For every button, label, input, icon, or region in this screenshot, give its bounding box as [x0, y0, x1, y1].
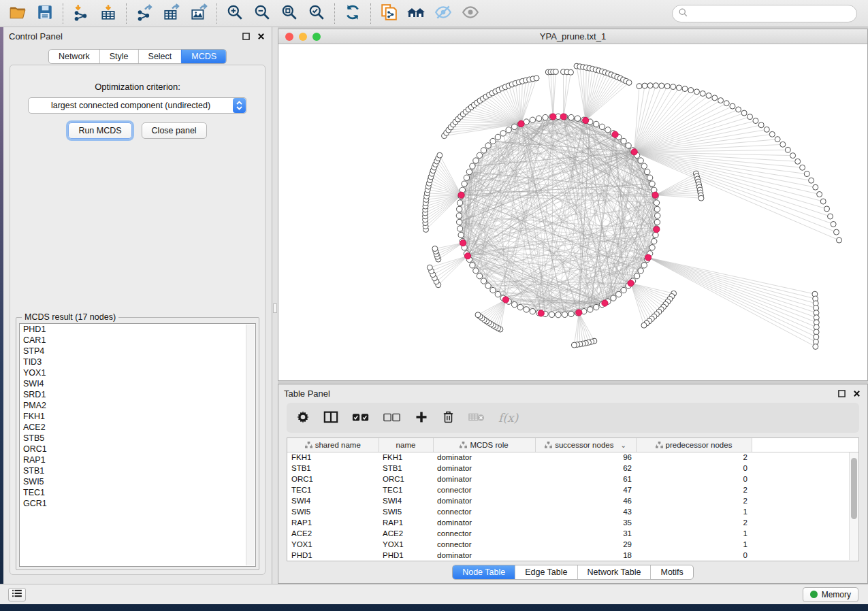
zoom-in-button[interactable]: [221, 2, 248, 25]
splitter-handle[interactable]: [273, 303, 277, 313]
list-item[interactable]: SWI5: [20, 476, 255, 487]
zoom-selected-button[interactable]: [303, 2, 330, 25]
column-header-successor-nodes[interactable]: successor nodes⌄: [535, 438, 636, 452]
list-item[interactable]: TEC1: [20, 487, 255, 498]
tab-mcds[interactable]: MCDS: [181, 50, 226, 63]
cell[interactable]: 0: [636, 463, 752, 474]
cell[interactable]: PHD1: [287, 550, 379, 561]
cell[interactable]: 35: [535, 517, 636, 528]
window-zoom-light[interactable]: [312, 33, 321, 41]
cell[interactable]: 43: [535, 506, 636, 517]
cell[interactable]: connector: [433, 539, 535, 550]
table-row[interactable]: FKH1FKH1dominator962: [287, 452, 859, 463]
tab-select[interactable]: Select: [138, 50, 182, 63]
cell[interactable]: 1: [636, 539, 752, 550]
memory-button[interactable]: Memory: [803, 587, 858, 602]
cell[interactable]: ORC1: [379, 474, 433, 484]
table-settings-button[interactable]: [296, 410, 310, 426]
hide-selected-button[interactable]: [430, 2, 457, 25]
open-file-button[interactable]: [4, 2, 31, 25]
cell[interactable]: 0: [636, 474, 752, 484]
float-table-panel-icon[interactable]: [836, 388, 847, 399]
window-close-light[interactable]: [285, 33, 293, 41]
column-header-MCDS-role[interactable]: MCDS role: [433, 438, 535, 452]
list-item[interactable]: FKH1: [20, 411, 255, 422]
list-item[interactable]: ACE2: [20, 422, 255, 433]
export-network-button[interactable]: [131, 2, 158, 25]
table-tab-network-table[interactable]: Network Table: [577, 565, 651, 579]
cell[interactable]: ACE2: [379, 528, 433, 539]
cell[interactable]: 18: [535, 550, 636, 561]
import-table-button[interactable]: [95, 2, 122, 25]
list-item[interactable]: RAP1: [20, 455, 255, 465]
table-tab-edge-table[interactable]: Edge Table: [515, 565, 577, 579]
list-item[interactable]: STB1: [20, 465, 255, 476]
table-tab-node-table[interactable]: Node Table: [453, 565, 515, 579]
deselect-all-button[interactable]: [383, 412, 401, 425]
table-scrollbar-thumb[interactable]: [851, 458, 857, 519]
cell[interactable]: ORC1: [287, 474, 379, 484]
cell[interactable]: dominator: [433, 517, 535, 528]
cell[interactable]: YOX1: [379, 539, 433, 550]
first-neighbors-button[interactable]: [402, 2, 430, 25]
zoom-out-button[interactable]: [248, 2, 276, 25]
cell[interactable]: dominator: [433, 550, 535, 561]
export-table-button[interactable]: [158, 2, 185, 25]
cell[interactable]: 2: [636, 517, 752, 528]
cell[interactable]: 29: [535, 539, 636, 550]
cell[interactable]: 61: [535, 474, 636, 484]
mcds-result-list[interactable]: PHD1CAR1STP4TID3YOX1SWI4SRD1PMA2FKH1ACE2…: [19, 323, 256, 567]
list-item[interactable]: CAR1: [20, 335, 255, 346]
search-input[interactable]: [688, 7, 856, 20]
cell[interactable]: 46: [535, 495, 636, 506]
cell[interactable]: PHD1: [379, 550, 433, 561]
table-scrollbar[interactable]: [849, 452, 858, 560]
show-all-button[interactable]: [457, 2, 484, 25]
duplicate-network-button[interactable]: [375, 2, 402, 25]
cell[interactable]: 1: [636, 506, 752, 517]
cell[interactable]: 0: [636, 550, 752, 561]
cell[interactable]: STB1: [379, 463, 433, 474]
list-item[interactable]: TID3: [20, 357, 255, 367]
cell[interactable]: dominator: [433, 463, 535, 474]
cell[interactable]: FKH1: [379, 452, 433, 463]
cell[interactable]: dominator: [433, 452, 535, 463]
tab-network[interactable]: Network: [49, 50, 99, 63]
cell[interactable]: dominator: [433, 495, 535, 506]
delete-column-button[interactable]: [442, 410, 455, 426]
table-row[interactable]: RAP1RAP1dominator352: [287, 517, 859, 528]
cell[interactable]: 2: [636, 452, 752, 463]
table-tab-motifs[interactable]: Motifs: [650, 565, 692, 579]
delete-table-button[interactable]: [468, 412, 485, 425]
tab-style[interactable]: Style: [99, 50, 138, 63]
list-item[interactable]: STB5: [20, 433, 255, 444]
network-window-titlebar[interactable]: YPA_prune.txt_1: [278, 29, 867, 44]
cell[interactable]: connector: [433, 528, 535, 539]
list-item[interactable]: PHD1: [20, 324, 255, 335]
float-window-icon[interactable]: [240, 31, 251, 42]
cell[interactable]: SWI5: [287, 506, 379, 517]
cell[interactable]: connector: [433, 506, 535, 517]
cell[interactable]: FKH1: [287, 452, 379, 463]
close-table-panel-icon[interactable]: [851, 388, 862, 399]
optimization-criterion-select[interactable]: largest connected component (undirected): [28, 97, 247, 114]
cell[interactable]: YOX1: [287, 539, 379, 550]
list-item[interactable]: YOX1: [20, 367, 255, 378]
list-item[interactable]: ORC1: [20, 444, 255, 455]
node-table[interactable]: shared namenameMCDS rolesuccessor nodes⌄…: [287, 437, 859, 561]
cell[interactable]: STB1: [287, 463, 379, 474]
table-row[interactable]: ACE2ACE2connector311: [287, 528, 859, 539]
cell[interactable]: 62: [535, 463, 636, 474]
import-network-button[interactable]: [67, 2, 95, 25]
table-row[interactable]: TEC1TEC1connector472: [287, 484, 859, 495]
cell[interactable]: 2: [636, 484, 752, 495]
list-item[interactable]: SRD1: [20, 389, 255, 400]
save-session-button[interactable]: [31, 2, 59, 25]
cell[interactable]: TEC1: [379, 484, 433, 495]
zoom-fit-button[interactable]: [276, 2, 303, 25]
cell[interactable]: TEC1: [287, 484, 379, 495]
cell[interactable]: 2: [636, 495, 752, 506]
cell[interactable]: RAP1: [379, 517, 433, 528]
list-item[interactable]: PMA2: [20, 400, 255, 411]
table-row[interactable]: SWI5SWI5connector431: [287, 506, 859, 517]
